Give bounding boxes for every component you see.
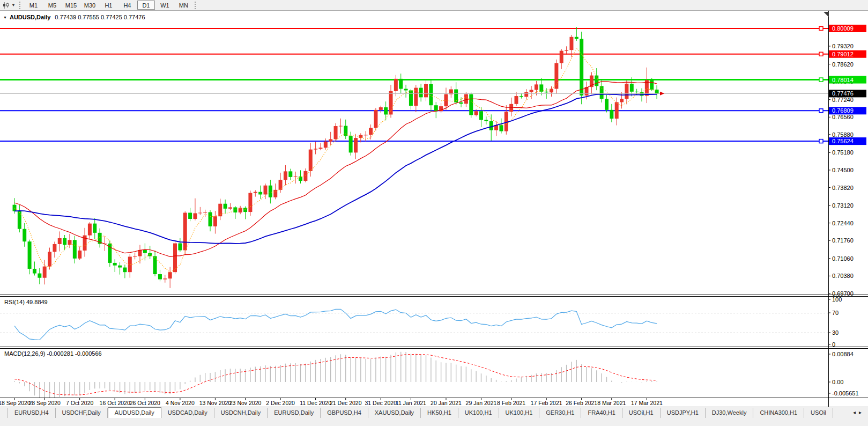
chart-type-icon[interactable] <box>2 2 10 9</box>
candle-body <box>389 91 393 115</box>
macd-axis-label: 0.00884 <box>832 351 854 357</box>
candle-body <box>630 84 634 92</box>
tab-china300-h1[interactable]: CHINA300,H1 <box>753 408 804 418</box>
candle-body <box>198 213 202 214</box>
tab-usdcad-daily[interactable]: USDCAD,Daily <box>161 408 214 418</box>
candle-body <box>23 229 26 241</box>
candle-body <box>73 240 77 258</box>
chevron-down-icon[interactable]: ▼ <box>11 3 16 8</box>
candle-body <box>524 92 528 97</box>
candle-body <box>273 190 277 197</box>
time-axis-label: 23 Nov 2020 <box>229 400 262 406</box>
tab-hk50-h1[interactable]: HK50,H1 <box>421 408 458 418</box>
candle-body <box>178 244 182 251</box>
tab-dj30-weekly[interactable]: DJ30,Weekly <box>706 408 754 418</box>
tab-eurusd-h4[interactable]: EURUSD,H4 <box>8 408 56 418</box>
candle-body <box>118 266 122 268</box>
tab-usoil-h1[interactable]: USOil,H1 <box>622 408 661 418</box>
candle-body <box>48 252 51 266</box>
candle-body <box>424 84 428 97</box>
candle-body <box>58 238 62 244</box>
time-axis-label: 20 Jan 2021 <box>431 400 462 406</box>
candle-body <box>479 111 483 120</box>
collapse-arrow-icon[interactable]: ▼ <box>3 16 7 19</box>
timeframe-button-m15[interactable]: M15 <box>62 1 80 10</box>
candle-body <box>404 89 408 91</box>
tab-usdcnh-daily[interactable]: USDCNH,Daily <box>214 408 268 418</box>
level-drag-handle[interactable] <box>819 139 823 143</box>
candle-body <box>188 213 192 219</box>
axis-tick-label: 0.73820 <box>832 185 854 191</box>
timeframe-button-d1[interactable]: D1 <box>137 1 155 10</box>
candle-body <box>329 139 332 141</box>
chart-window: 0.793200.786200.779400.772400.765600.758… <box>0 11 868 426</box>
candle-body <box>434 105 438 111</box>
candle-body <box>545 92 548 92</box>
timeframe-button-w1[interactable]: W1 <box>156 1 174 10</box>
level-price-tag-label: 0.75624 <box>832 138 854 144</box>
timeframe-button-m5[interactable]: M5 <box>43 1 61 10</box>
candle-body <box>520 96 523 97</box>
price-chart-svg[interactable]: 0.793200.786200.779400.772400.765600.758… <box>0 11 868 426</box>
candle-body <box>143 250 147 253</box>
candle-body <box>580 39 583 96</box>
tab-scroll-left-icon[interactable]: ◂ <box>853 409 859 415</box>
chart-title: ▼AUDUSD,Daily0.77439 0.77555 0.77425 0.7… <box>3 14 145 20</box>
candle-body <box>650 80 654 90</box>
candle-body <box>324 142 328 148</box>
candle-body <box>269 186 272 197</box>
timeframe-button-m30[interactable]: M30 <box>81 1 99 10</box>
candle-body <box>258 192 262 195</box>
tab-scroll-right-icon[interactable]: ▸ <box>859 409 865 415</box>
candle-body <box>224 204 227 209</box>
tab-audusd-daily[interactable]: AUDUSD,Daily <box>108 407 161 418</box>
tab-xauusd-daily[interactable]: XAUUSD,Daily <box>368 408 421 418</box>
candle-body <box>539 84 543 91</box>
axis-tick-label: 0.73120 <box>832 202 854 209</box>
tab-uk100-h1[interactable]: UK100,H1 <box>499 408 540 418</box>
axis-tick-label: 0.78620 <box>832 61 854 68</box>
candle-body <box>394 79 398 91</box>
level-drag-handle[interactable] <box>819 52 823 56</box>
candle-body <box>334 126 338 139</box>
candle-body <box>364 135 368 135</box>
candle-body <box>133 256 137 256</box>
timeframe-button-h1[interactable]: H1 <box>100 1 117 10</box>
candle-body <box>93 224 97 233</box>
axis-tick-label: 0.76560 <box>832 114 854 120</box>
candle-body <box>28 241 32 269</box>
candle-body <box>464 94 468 104</box>
timeframe-button-mn[interactable]: MN <box>175 1 192 10</box>
axis-tick-label: 0.71060 <box>832 255 854 262</box>
candle-body <box>560 51 563 63</box>
axis-tick-label: 0.74500 <box>832 167 854 173</box>
tab-ger30-h1[interactable]: GER30,H1 <box>539 408 581 418</box>
tab-usdchf-daily[interactable]: USDCHF,Daily <box>56 408 108 418</box>
time-axis-label: 4 Nov 2020 <box>166 400 195 406</box>
level-drag-handle[interactable] <box>819 26 823 30</box>
level-drag-handle[interactable] <box>819 78 823 82</box>
candle-body <box>610 110 613 119</box>
timeframe-button-h4[interactable]: H4 <box>118 1 136 10</box>
tab-eurusd-daily[interactable]: EURUSD,Daily <box>268 408 321 418</box>
level-drag-handle[interactable] <box>819 109 823 113</box>
time-axis-label: 17 Feb 2021 <box>531 400 562 406</box>
tab-usoil[interactable]: USOil <box>804 408 833 418</box>
candle-body <box>379 107 383 110</box>
candle-body <box>469 94 473 115</box>
tab-gbpusd-h4[interactable]: GBPUSD,H4 <box>321 408 368 418</box>
toolbar-grip-handle[interactable] <box>195 2 196 9</box>
candle-body <box>359 135 362 138</box>
tab-usdjpy-h1[interactable]: USDJPY,H1 <box>661 408 706 418</box>
candle-body <box>314 149 317 149</box>
candle-body <box>409 90 413 106</box>
rsi-axis-label: 100 <box>832 296 842 303</box>
toolbar-grip-handle[interactable] <box>19 2 21 9</box>
candle-body <box>113 263 117 266</box>
time-axis-label: 26 Oct 2020 <box>130 400 160 406</box>
candle-body <box>384 107 388 114</box>
tab-fra40-h1[interactable]: FRA40,H1 <box>581 408 622 418</box>
time-axis-label: 8 Feb 2021 <box>497 400 525 406</box>
timeframe-button-m1[interactable]: M1 <box>25 1 42 10</box>
tab-uk100-h1[interactable]: UK100,H1 <box>458 408 499 418</box>
